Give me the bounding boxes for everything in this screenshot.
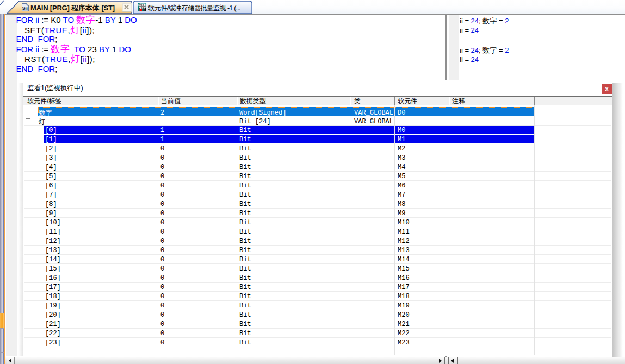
svg-text:ST: ST: [22, 5, 29, 11]
